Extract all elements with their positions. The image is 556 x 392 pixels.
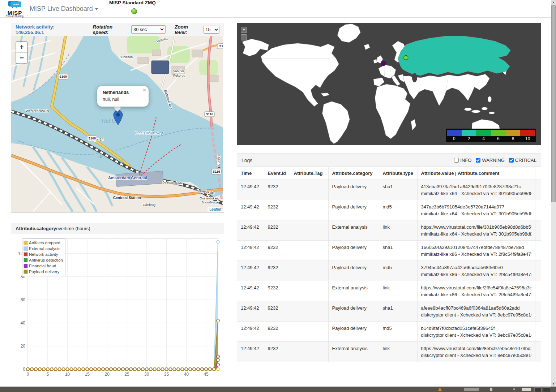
page-scrollbar[interactable]: ▲ ▼ [551, 0, 556, 387]
svg-text:60: 60 [21, 297, 26, 302]
header-divider [88, 26, 88, 33]
filter-info[interactable]: INFO [454, 158, 471, 163]
svg-text:15: 15 [85, 372, 90, 377]
svg-text:40: 40 [184, 372, 189, 377]
world-zoom-control: + − [241, 27, 247, 42]
scroll-down-arrow[interactable]: ▼ [551, 382, 556, 387]
network-panel-header: Network activity: 146.255.36.1 Rotation … [11, 23, 224, 36]
eye-film-building [151, 61, 169, 74]
world-zoom-out-button[interactable]: − [241, 34, 247, 40]
leaflet-map[interactable]: ⚓ ⚓ Het IJ Westerdoksluis Steiger 14 Vee… [11, 36, 223, 212]
rotation-speed-label: Rotation speed: [93, 24, 129, 35]
chart-title-bold: Attribute.category [16, 226, 56, 231]
map-zoom-in-button[interactable]: + [16, 42, 27, 53]
cell-type: link [379, 342, 417, 362]
cell-type: sha1 [379, 241, 417, 261]
filter-critical[interactable]: CRITICAL [509, 158, 536, 163]
world-map[interactable] [237, 23, 540, 144]
cell-tag [290, 180, 328, 200]
legend-item: External analysis [23, 246, 63, 251]
cell-event_id: 9232 [264, 281, 290, 301]
taskbar [0, 387, 556, 392]
map-popup: × Netherlands null, null [97, 86, 149, 107]
filter-checkbox-info[interactable] [454, 158, 459, 163]
header-divider [170, 26, 170, 33]
chevron-down-icon [95, 8, 98, 10]
cell-category: External analysis [328, 342, 379, 362]
network-activity-link[interactable]: Network activity: 146.255.36.1 [16, 24, 84, 35]
cell-type: md5 [379, 322, 417, 342]
cell-time: 12:49:42 [237, 241, 264, 261]
cell-tag [290, 281, 328, 301]
zoom-level-select[interactable]: 15 [204, 26, 219, 34]
filter-label: INFO [460, 158, 471, 163]
svg-text:30: 30 [144, 372, 149, 377]
filter-checkbox-critical[interactable] [509, 158, 514, 163]
cell-event_id: 9232 [264, 322, 290, 342]
map-label-veer: Veer Buiksloterweg [135, 131, 163, 135]
map-label-pekbrug: Pekbrug [173, 74, 185, 77]
world-map-legend: 0246810 [446, 129, 536, 142]
road-badge-s11: S11 [219, 44, 223, 48]
rotation-speed-select[interactable]: 30 sec [131, 25, 166, 34]
legend-swatch [23, 246, 28, 251]
legend-swatch [23, 258, 28, 262]
taskbar-alert-icon[interactable] [438, 387, 442, 391]
cell-tag [290, 220, 328, 241]
cell-category: External analysis [328, 281, 379, 301]
cell-tag [290, 261, 328, 281]
table-row: 12:49:429232External analysislinkhttps:/… [237, 281, 541, 301]
world-zoom-in-button[interactable]: + [241, 27, 247, 33]
cell-value-comment: 16605a4a29a101208457c47ebfde788487be788d… [417, 241, 535, 261]
legend-swatch [23, 252, 28, 257]
cell-time: 12:49:42 [237, 342, 264, 362]
map-label-oosterdokse: Oosterdokse [200, 197, 218, 200]
network-activity-panel: Network activity: 146.255.36.1 Rotation … [11, 23, 224, 213]
cell-category: Payload delivery [328, 200, 379, 220]
svg-text:20: 20 [104, 372, 110, 377]
cell-event_id: 9232 [264, 200, 290, 220]
legend-swatch [476, 130, 491, 136]
nav-dashboard-menu[interactable]: MISP Live Dashboard [30, 0, 98, 17]
table-row: 12:49:429232External analysislinkhttps:/… [237, 342, 541, 362]
cell-time: 12:49:42 [237, 322, 264, 342]
filter-checkbox-warning[interactable] [476, 158, 480, 163]
legend-item: Financial fraud [23, 263, 63, 269]
cell-type: link [379, 220, 417, 241]
popup-body: null, null [103, 97, 143, 102]
road-badge-s116: S116 [206, 112, 213, 116]
svg-text:20: 20 [21, 344, 26, 349]
table-row: 12:49:429232Payload deliverysha1afeee8b4… [237, 301, 541, 322]
cell-category: External analysis [328, 220, 379, 241]
filter-warning[interactable]: WARNING [476, 158, 504, 163]
legend-tick: 0 [447, 136, 462, 142]
cell-type: sha1 [379, 301, 417, 322]
cell-category: Payload delivery [328, 241, 379, 261]
legend-item: Antivirus detection [23, 257, 63, 263]
leaflet-link[interactable]: Leaflet [209, 207, 221, 211]
legend-scale-ticks: 0246810 [447, 136, 535, 142]
misp-logo[interactable]: MISP Threat Sharing [4, 0, 26, 17]
column-header: Attribute.category [328, 167, 379, 180]
scroll-up-arrow[interactable]: ▲ [551, 0, 556, 5]
scrollbar-thumb[interactable] [551, 5, 556, 202]
cell-event_id: 9232 [264, 261, 290, 281]
taskbar-tray-item[interactable] [522, 388, 531, 391]
taskbar-icon[interactable] [490, 388, 492, 391]
legend-swatch [462, 130, 476, 136]
cell-type: md5 [379, 200, 417, 220]
taskbar-button[interactable] [464, 388, 479, 391]
cell-category: Payload delivery [328, 180, 379, 200]
road-badge-s116: S116 [213, 170, 220, 173]
map-label-het-ij: Het IJ [102, 118, 116, 124]
map-label-westerdoksluis: Westerdoksluis [26, 109, 49, 113]
attribute-category-chart-panel: Attribute.category overtime (hours) 0510… [11, 223, 224, 380]
nav-divider [107, 0, 107, 17]
taskbar-tray-box[interactable] [534, 387, 542, 392]
close-icon[interactable]: × [143, 87, 146, 92]
map-zoom-out-button[interactable]: − [16, 53, 27, 63]
filter-label: WARNING [482, 158, 504, 163]
legend-tick: 6 [491, 136, 506, 142]
taskbar-tray-box[interactable] [543, 387, 550, 392]
brand-subtitle: Threat Sharing [4, 15, 26, 17]
